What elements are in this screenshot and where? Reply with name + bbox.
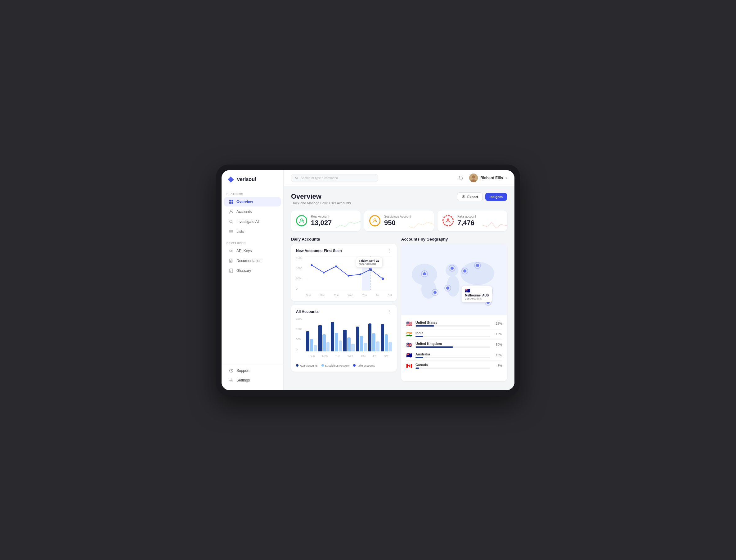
country-list: 🇺🇸 United States 25% [401,315,507,374]
map-dot-india [463,269,466,273]
fake-account-icon [445,218,451,224]
line-chart-menu[interactable]: ⋮ [387,248,392,253]
line-chart-y-labels: 1500 1000 500 0 [296,256,305,291]
fake-account-sparkline [482,219,507,231]
bar-chart-card: All Accounts ⋮ 1500 1000 500 [291,305,397,372]
sidebar-item-support[interactable]: Support [224,366,281,375]
suspicious-account-label: Suspicious Account [384,215,429,218]
svg-point-24 [472,175,475,178]
insights-button[interactable]: Insights [485,193,507,201]
svg-rect-0 [229,200,231,201]
legend-dot-suspicious [322,364,324,367]
svg-rect-3 [232,202,233,204]
svg-line-6 [232,222,233,224]
bar-mon-real [318,325,322,351]
real-account-icon [299,218,305,224]
sidebar-item-overview[interactable]: Overview [224,197,281,206]
country-item-canada: 🇨🇦 Canada 5% [406,361,502,371]
sidebar-settings-label: Settings [237,378,250,382]
sidebar-item-docs[interactable]: Documentation [224,256,281,265]
line-chart-area: Friday, April 22 900 Accounts [306,256,392,291]
bar-chart-title: All Accounts [296,309,319,314]
suspicious-account-icon-wrap [369,215,380,226]
logo-icon [227,175,235,184]
map-dot-africa [446,287,449,290]
sidebar-overview-label: Overview [237,200,253,204]
sidebar-investigate-label: Investigate AI [237,219,259,224]
country-name-uk: United Kingdom [415,342,490,345]
stat-card-fake: Fake account 7,476 [437,210,507,231]
country-pct-uk: 50% [493,343,502,346]
fake-account-icon-wrap [442,215,454,226]
line-chart-title: New Accounts: First Seen [296,249,342,253]
progress-bar-india [415,336,490,337]
map-dot-china [476,264,479,267]
progress-bar-canada [415,368,490,369]
user-info[interactable]: Richard Ellis ▾ [469,174,507,182]
country-pct-us: 25% [493,322,502,325]
sidebar-item-apikeys[interactable]: API Keys [224,246,281,255]
map-tooltip-city: Melbourne, AUS [465,294,489,297]
country-flag-us: 🇺🇸 [406,321,412,327]
bar-group-sat [381,324,392,351]
suspicious-account-icon [372,218,377,224]
country-name-aus: Australia [415,352,490,356]
sidebar-item-investigate[interactable]: Investigate AI [224,217,281,226]
search-bar[interactable]: Search or type a command [291,174,378,182]
real-account-icon-wrap [296,215,307,226]
svg-point-10 [230,250,232,252]
svg-point-20 [231,380,232,381]
notification-button[interactable] [456,173,465,183]
avatar-image [469,174,478,182]
sidebar-glossary-label: Glossary [237,269,251,273]
suspicious-account-sparkline [409,219,434,231]
country-info-uk: United Kingdom [415,342,490,348]
user-icon [229,210,233,214]
gear-icon [229,378,233,382]
map-dot-usa [423,272,426,275]
bar-mon-suspicious [323,334,326,351]
country-name-canada: Canada [415,363,490,367]
bar-chart-x-labels: Sun Mon Tue Wed Thu Fri Sat [306,355,392,358]
map-tooltip-count: 125 Accounts [465,297,489,300]
country-info-us: United States [415,321,490,327]
real-account-label: Real Account [311,215,356,218]
country-flag-aus: 🇦🇺 [406,352,412,358]
bar-sun-real [306,331,309,351]
bar-chart-menu[interactable]: ⋮ [387,309,392,314]
sidebar-item-lists[interactable]: Lists [224,227,281,236]
geo-card: 🇦🇺 Melbourne, AUS 125 Accounts [401,244,507,381]
page-header: Overview Track and Manage Fake User Acco… [291,192,507,205]
map-dot-brazil [433,291,436,294]
sidebar-item-glossary[interactable]: Glossary [224,266,281,275]
export-icon [462,195,465,199]
sidebar-item-settings[interactable]: Settings [224,376,281,385]
export-button[interactable]: Export [457,192,483,201]
page-title: Overview [291,192,351,201]
chevron-down-icon: ▾ [505,176,507,180]
country-pct-india: 10% [493,332,502,336]
country-item-us: 🇺🇸 United States 25% [406,318,502,329]
bar-group-wed [343,330,355,351]
user-name: Richard Ellis [480,176,503,180]
bell-icon [458,175,463,180]
stat-cards: Real Account 13,027 [291,210,507,231]
tooltip-date: Friday, April 22 [359,259,379,262]
main-grid: Daily Accounts New Accounts: First Seen … [291,237,507,374]
progress-fill-us [415,325,434,327]
svg-line-22 [297,178,298,179]
sidebar-item-accounts[interactable]: Accounts [224,207,281,216]
doc-icon [229,269,233,273]
header-actions: Export Insights [457,192,507,201]
bar-sun-fake [314,345,317,351]
stat-card-suspicious: Suspicious Account 950 [364,210,434,231]
left-column: Daily Accounts New Accounts: First Seen … [291,237,397,374]
country-info-india: India [415,331,490,337]
bar-wed-real [343,330,347,351]
svg-point-4 [230,210,232,212]
country-flag-canada: 🇨🇦 [406,363,412,369]
progress-bar-aus [415,357,490,358]
svg-point-37 [311,264,313,266]
country-pct-canada: 5% [493,364,502,368]
country-name-us: United States [415,321,490,324]
